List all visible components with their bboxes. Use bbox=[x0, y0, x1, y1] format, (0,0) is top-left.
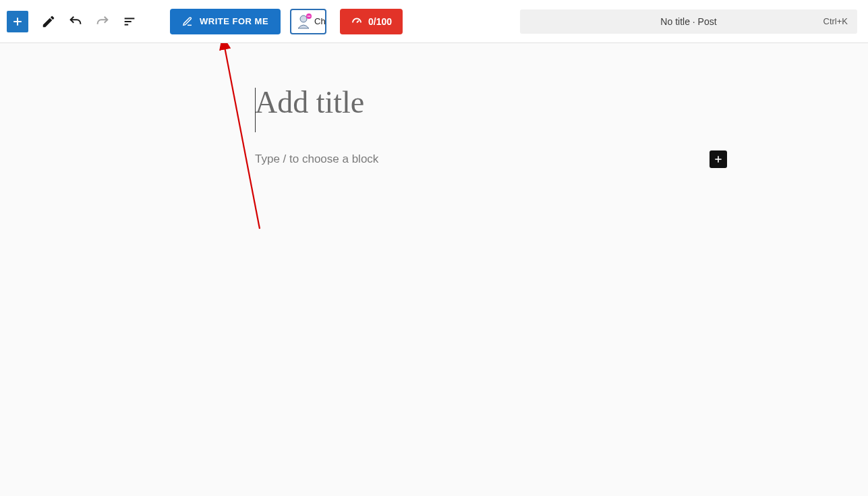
document-title-bar[interactable]: No title · Post Ctrl+K bbox=[520, 9, 857, 34]
block-content-input[interactable] bbox=[255, 153, 727, 166]
write-for-me-label: WRITE FOR ME bbox=[200, 16, 268, 26]
editor-canvas bbox=[0, 43, 868, 496]
edit-tool-button[interactable] bbox=[36, 9, 61, 34]
gauge-icon bbox=[351, 16, 363, 28]
inline-add-block-button[interactable] bbox=[710, 150, 727, 168]
plus-icon bbox=[11, 15, 24, 28]
title-cursor bbox=[255, 88, 256, 132]
redo-button[interactable] bbox=[90, 9, 115, 34]
shortcut-hint: Ctrl+K bbox=[823, 16, 848, 26]
undo-button[interactable] bbox=[63, 9, 88, 34]
outline-button[interactable] bbox=[117, 9, 142, 34]
add-block-button[interactable] bbox=[7, 11, 28, 32]
plus-icon bbox=[713, 154, 724, 165]
editor-toolbar: WRITE FOR ME Ch 0/100 No title · Post Ct… bbox=[0, 0, 868, 43]
write-for-me-button[interactable]: WRITE FOR ME bbox=[170, 9, 281, 34]
svg-line-14 bbox=[223, 43, 260, 229]
pencil-icon bbox=[41, 14, 56, 29]
svg-point-8 bbox=[308, 16, 310, 17]
outline-icon bbox=[122, 14, 137, 29]
score-label: 0/100 bbox=[368, 16, 392, 27]
write-icon bbox=[182, 16, 193, 27]
undo-icon bbox=[68, 14, 83, 29]
redo-icon bbox=[95, 14, 110, 29]
svg-point-7 bbox=[308, 16, 309, 17]
document-title-text: No title · Post bbox=[660, 16, 716, 27]
svg-point-9 bbox=[310, 16, 311, 17]
ai-avatar-icon bbox=[294, 12, 313, 31]
score-button[interactable]: 0/100 bbox=[340, 9, 403, 34]
ai-chip-label: Ch bbox=[314, 16, 326, 26]
ai-assistant-chip[interactable]: Ch bbox=[290, 9, 326, 34]
post-title-input[interactable] bbox=[255, 82, 727, 123]
svg-line-10 bbox=[357, 20, 359, 22]
svg-point-5 bbox=[300, 16, 307, 22]
